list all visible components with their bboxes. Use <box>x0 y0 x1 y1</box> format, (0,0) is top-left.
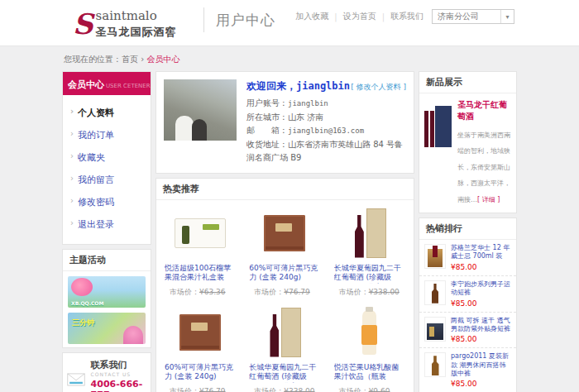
sidebar-item-change-password[interactable]: 修改密码 <box>63 191 151 213</box>
new-product-detail-link[interactable]: [ 详细 ] <box>477 196 500 203</box>
product-price: 市场价：¥63.36 <box>165 287 236 298</box>
activity-banner-2-label: 三分钟 <box>72 318 94 328</box>
contact-panel: 联系我们 CONTACT US 4006-666-777 <box>62 352 151 392</box>
profile-field-email: 邮 箱：jianglbin@163.com <box>246 124 406 138</box>
rank-product-price: ¥85.00 <box>451 335 511 343</box>
member-center-panel: 会员中心USER CETENER 个人资料 我的订单 收藏夹 我的留言 修改密码… <box>62 71 151 245</box>
new-product-name-link[interactable]: 圣马龙干红葡萄酒 <box>457 99 511 122</box>
product-price: 市场价：¥76.79 <box>249 287 320 298</box>
product-card: 长城华夏葡园九二干红葡萄酒 (珍藏级 750ml 昌黎产区) 市场价：¥338.… <box>328 202 412 301</box>
set-homepage-link[interactable]: 设为首页 <box>343 11 376 22</box>
product-name-link[interactable]: 60%可可薄片黑巧克力 (盒装 240g) <box>165 363 236 383</box>
brand-name-en: saintmalo <box>96 8 157 23</box>
top-header: S saintmalo 圣马龙国际酒窖 用户中心 加入收藏 | 设为首页 | 联… <box>0 0 579 46</box>
product-name-link[interactable]: 长城华夏葡园九二干红葡萄酒 (珍藏级 750ml 昌黎产区) <box>249 363 320 383</box>
hot-rank-title: 热销排行 <box>419 218 516 240</box>
hot-sale-title: 热卖推荐 <box>156 179 414 200</box>
activity-banner-2[interactable]: 三分钟 <box>68 313 146 344</box>
contact-title: 联系我们 <box>91 359 146 371</box>
product-name-link[interactable]: 60%可可薄片黑巧克力 (盒装 240g) <box>249 264 320 284</box>
new-products-panel: 新品展示 圣马龙干红葡萄酒 坐落于南美洲西南端的智利，地域狭长，东倚安第斯山脉，… <box>419 71 517 213</box>
page-title: 用户中心 <box>216 11 275 30</box>
profile-field-account: 用户账号：jianglbin <box>246 97 406 111</box>
new-product-image[interactable] <box>424 99 452 151</box>
breadcrumb-home-link[interactable]: 首页 <box>122 55 138 64</box>
sidebar-item-favorites[interactable]: 收藏夹 <box>63 146 151 169</box>
hot-sale-panel: 热卖推荐 悦活超级100石榴苹果混合果汁礼盒装 (200ml*12) 市场价：¥… <box>156 178 414 392</box>
product-image[interactable] <box>264 215 305 251</box>
sidebar-item-profile[interactable]: 个人资料 <box>63 102 151 124</box>
profile-field-city: 所在城市：山东 济南 <box>246 111 406 125</box>
link-separator: | <box>334 12 337 22</box>
product-price: 市场价：¥338.00 <box>249 386 320 392</box>
breadcrumb-separator: › <box>141 55 144 64</box>
product-name-link[interactable]: 长城华夏葡园九二干红葡萄酒 (珍藏级 750ml 昌黎产区) <box>334 264 405 284</box>
welcome-message: 欢迎回来，jianglbin <box>246 79 350 93</box>
rank-product-price: ¥85.00 <box>451 380 511 388</box>
breadcrumb-prefix: 您现在的位置： <box>64 55 122 64</box>
rank-product-image[interactable] <box>427 323 443 340</box>
product-card: 长城华夏葡园九二干红葡萄酒 (珍藏级 750ml 昌黎产区) 市场价：¥338.… <box>242 301 327 392</box>
rank-product-price: ¥85.00 <box>451 299 511 308</box>
rank-item: pargo2011 夏装新款 潮男休闲百搭韩版中裤 ¥85.00 <box>419 348 516 392</box>
rank-product-image[interactable] <box>432 356 439 375</box>
activity-banner-1-label: XB.QQ.COM <box>71 300 103 306</box>
breadcrumb-current: 会员中心 <box>146 55 179 64</box>
product-name-link[interactable]: 悦活超级100石榴苹果混合果汁礼盒装 (200ml*12) <box>165 264 236 284</box>
sidebar-item-messages[interactable]: 我的留言 <box>63 169 151 191</box>
add-favorite-link[interactable]: 加入收藏 <box>295 11 328 22</box>
breadcrumb: 您现在的位置：首页 › 会员中心 <box>62 46 517 71</box>
profile-field-address: 收货地址：山东省济南市英雄山路 84 号鲁润名商广场 B9 <box>246 138 406 165</box>
sidebar-item-orders[interactable]: 我的订单 <box>63 124 151 146</box>
rank-product-name-link[interactable]: 苏格兰芝华士 12 年威士忌 700ml 装 <box>451 244 511 261</box>
hot-rank-panel: 热销排行 苏格兰芝华士 12 年威士忌 700ml 装 ¥85.00 李宁跑步系… <box>419 218 517 392</box>
rank-product-image[interactable] <box>428 249 443 267</box>
rank-product-image[interactable] <box>432 284 438 304</box>
member-center-header: 会员中心USER CETENER <box>63 72 151 95</box>
contact-phone: 4006-666-777 <box>91 379 146 392</box>
rank-product-name-link[interactable]: 李宁跑步系列男子运动短裤 <box>451 280 511 298</box>
product-image[interactable] <box>352 208 388 258</box>
product-card: 60%可可薄片黑巧克力 (盒装 240g) 市场价：¥76.79 <box>158 301 242 392</box>
brand-logo[interactable]: S saintmalo 圣马龙国际酒窖 <box>73 7 177 40</box>
product-image[interactable] <box>175 218 226 248</box>
member-center-title: 会员中心 <box>68 79 104 90</box>
product-image[interactable] <box>362 310 376 355</box>
rank-item: 苏格兰芝华士 12 年威士忌 700ml 装 ¥85.00 <box>419 240 516 276</box>
profile-photo <box>164 79 237 141</box>
link-separator: | <box>382 12 385 22</box>
contact-us-link[interactable]: 联系我们 <box>390 11 423 22</box>
branch-select[interactable]: 济南分公司 ▾ <box>432 9 514 24</box>
product-card: 悦活超级100石榴苹果混合果汁礼盒装 (200ml*12) 市场价：¥63.36 <box>158 202 242 301</box>
activity-banner-1[interactable]: XB.QQ.COM <box>68 276 146 308</box>
rank-product-price: ¥85.00 <box>451 263 511 271</box>
sidebar-item-logout[interactable]: 退出登录 <box>63 213 151 236</box>
product-image[interactable] <box>179 314 221 351</box>
rank-product-name-link[interactable]: 两截 可拆 速干 透气 男款防紫外贴身短裤 <box>451 317 511 334</box>
product-price: 市场价：¥338.00 <box>334 287 405 298</box>
header-divider <box>203 7 204 32</box>
branch-select-value: 济南分公司 <box>433 11 479 22</box>
edit-profile-link[interactable]: [ 修改个人资料 ] <box>351 82 406 93</box>
rank-item: 两截 可拆 速干 透气 男款防紫外贴身短裤 ¥85.00 <box>419 313 516 349</box>
product-card: 60%可可薄片黑巧克力 (盒装 240g) 市场价：¥76.79 <box>242 202 327 301</box>
product-image[interactable] <box>266 308 303 357</box>
product-price: 市场价：¥9.60 <box>334 386 405 392</box>
theme-activity-panel: 主题活动 XB.QQ.COM 三分钟 <box>62 249 151 348</box>
page-title-wrap: 用户中心 <box>192 7 275 32</box>
brand-name-cn: 圣马龙国际酒窖 <box>96 26 177 38</box>
contact-subtitle: CONTACT US <box>91 371 146 377</box>
chevron-down-icon[interactable]: ▾ <box>500 10 514 23</box>
brand-s-icon: S <box>73 10 93 38</box>
username: jianglbin <box>296 80 350 92</box>
envelope-icon <box>67 370 87 390</box>
profile-panel: 欢迎回来，jianglbin [ 修改个人资料 ] 用户账号：jianglbin… <box>156 71 414 174</box>
product-card: 悦活芒果U格乳酸菌果汁饮品（瓶装 350ml） 市场价：¥9.60 <box>328 301 412 392</box>
new-product-desc: 坐落于南美洲西南端的智利，地域狭长，东倚安第斯山脉，西濒太平洋，南接…[ 详细 … <box>457 131 510 203</box>
rank-item: 李宁跑步系列男子运动短裤 ¥85.00 <box>419 276 516 313</box>
product-name-link[interactable]: 悦活芒果U格乳酸菌果汁饮品（瓶装 350ml） <box>334 363 405 383</box>
theme-activity-title: 主题活动 <box>63 250 151 271</box>
rank-product-name-link[interactable]: pargo2011 夏装新款 潮男休闲百搭韩版中裤 <box>451 352 511 378</box>
member-center-subtitle: USER CETENER <box>106 83 151 89</box>
new-products-title: 新品展示 <box>419 72 516 93</box>
